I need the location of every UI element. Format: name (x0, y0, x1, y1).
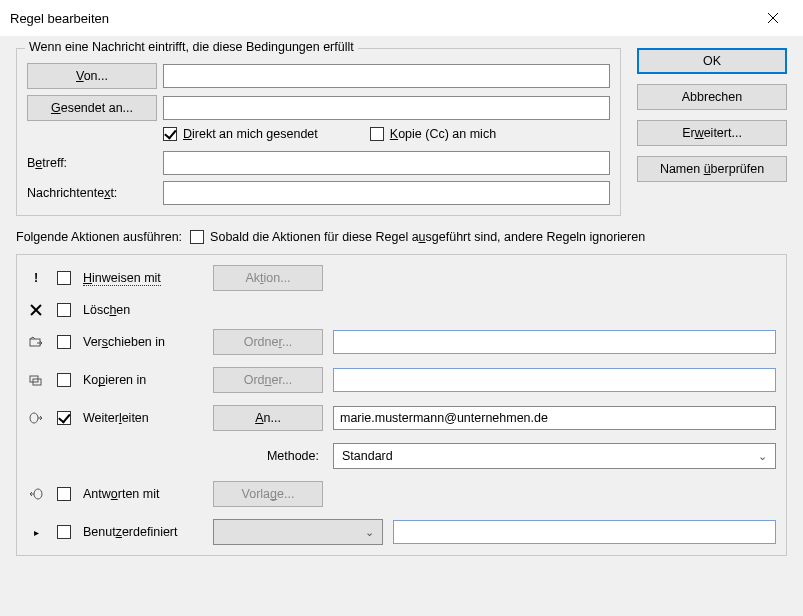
copy-label: Kopieren inKopieren in (83, 373, 203, 387)
cancel-button[interactable]: Abbrechen (637, 84, 787, 110)
delete-checkbox[interactable] (57, 303, 71, 317)
from-input[interactable] (163, 64, 610, 88)
forward-to-input[interactable] (333, 406, 776, 430)
conditions-group: Wenn eine Nachricht eintrifft, die diese… (16, 48, 621, 216)
window-title: Regel bearbeiten (10, 11, 109, 26)
move-label: Verschieben inVerschieben in (83, 335, 203, 349)
custom-field[interactable] (393, 520, 776, 544)
svg-point-8 (34, 489, 42, 499)
copy-folder-icon (29, 373, 43, 387)
triangle-right-icon: ▸ (34, 527, 39, 538)
from-button[interactable]: VVon...on... (27, 63, 157, 89)
alert-checkbox[interactable] (57, 271, 71, 285)
custom-select[interactable]: ⌄ (213, 519, 383, 545)
method-select[interactable]: Standard ⌄ (333, 443, 776, 469)
copy-folder-button[interactable]: Ordner...Ordner... (213, 367, 323, 393)
stop-rules-checkbox[interactable]: Sobald die Aktionen für diese Regel ausg… (190, 230, 645, 244)
conditions-legend: Wenn eine Nachricht eintrifft, die diese… (25, 40, 358, 54)
close-icon (767, 12, 779, 24)
method-value: Standard (342, 449, 393, 463)
method-label: Methode: (213, 449, 323, 463)
delete-x-icon (29, 303, 43, 317)
move-folder-icon (29, 335, 43, 349)
sent-to-input[interactable] (163, 96, 610, 120)
checkbox-checked-icon (163, 127, 177, 141)
alert-action-button[interactable]: Aktion...Aktion... (213, 265, 323, 291)
chevron-down-icon: ⌄ (365, 526, 374, 539)
copy-folder-field[interactable] (333, 368, 776, 392)
reply-icon (29, 487, 43, 501)
forward-checkbox[interactable] (57, 411, 71, 425)
forward-icon (29, 411, 43, 425)
move-folder-button[interactable]: Ordner...Ordner... (213, 329, 323, 355)
move-checkbox[interactable] (57, 335, 71, 349)
reply-checkbox[interactable] (57, 487, 71, 501)
subject-input[interactable] (163, 151, 610, 175)
advanced-button[interactable]: Erweitert...Erweitert... (637, 120, 787, 146)
perform-actions-label: Folgende Aktionen ausführen: (16, 230, 182, 244)
checkbox-icon (370, 127, 384, 141)
cc-to-me-checkbox[interactable]: Kopie (Cc) an michKopie (Cc) an mich (370, 127, 496, 141)
custom-checkbox[interactable] (57, 525, 71, 539)
direct-to-me-checkbox[interactable]: Direkt an mich gesendetDirekt an mich ge… (163, 127, 318, 141)
close-button[interactable] (753, 6, 793, 30)
check-names-button[interactable]: Namen überprüfenNamen überprüfen (637, 156, 787, 182)
chevron-down-icon: ⌄ (758, 450, 767, 463)
ok-button[interactable]: OK (637, 48, 787, 74)
forward-label: WeiterleitenWeiterleiten (83, 411, 203, 425)
forward-to-button[interactable]: An...An... (213, 405, 323, 431)
subject-label: Betreff:Betreff: (27, 156, 157, 170)
reply-template-button[interactable]: Vorlage...Vorlage... (213, 481, 323, 507)
custom-label: BenutzerdefiniertBenutzerdefiniert (83, 525, 203, 539)
body-label: Nachrichtentext:Nachrichtentext: (27, 186, 157, 200)
body-input[interactable] (163, 181, 610, 205)
copy-checkbox[interactable] (57, 373, 71, 387)
sent-to-button[interactable]: Gesendet an...Gesendet an... (27, 95, 157, 121)
delete-label: LöschenLöschen (83, 303, 203, 317)
checkbox-icon (190, 230, 204, 244)
actions-group: ! Hinweisen mitHinweisen mit Aktion...Ak… (16, 254, 787, 556)
reply-label: Antworten mitAntworten mit (83, 487, 203, 501)
svg-point-7 (30, 413, 38, 423)
exclamation-icon: ! (34, 271, 38, 285)
move-folder-field[interactable] (333, 330, 776, 354)
alert-label: Hinweisen mitHinweisen mit (83, 271, 203, 285)
